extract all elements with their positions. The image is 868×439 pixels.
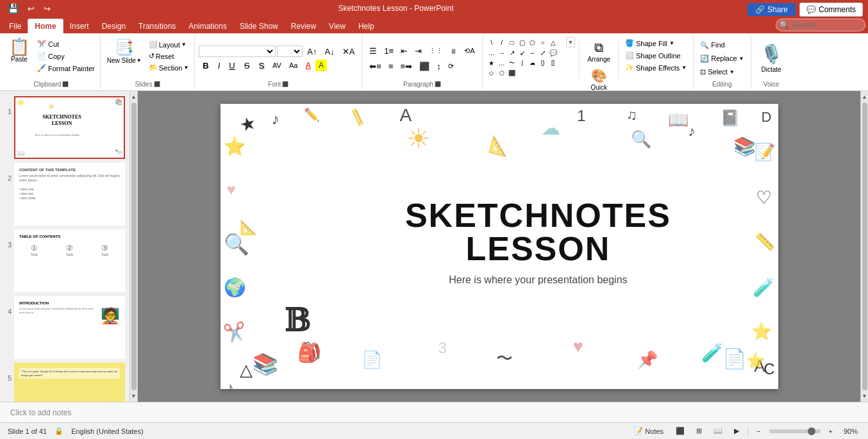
shape-more[interactable]: … bbox=[487, 47, 497, 58]
paste-button[interactable]: 📋 Paste bbox=[5, 36, 33, 65]
tab-transitions[interactable]: Transitions bbox=[132, 19, 182, 33]
shape-line[interactable]: \ bbox=[487, 37, 497, 47]
font-size-select[interactable] bbox=[277, 46, 303, 57]
clipboard-expand-icon[interactable]: ⬛ bbox=[62, 81, 69, 87]
font-color-button[interactable]: A bbox=[302, 60, 314, 71]
slide-show-button[interactable]: ▶ bbox=[731, 426, 742, 436]
shape-quad-arrow[interactable]: ⤢ bbox=[538, 47, 548, 58]
zoom-level[interactable]: 90% bbox=[841, 426, 860, 436]
justify-button[interactable]: ⬛ bbox=[416, 60, 433, 73]
underline-button[interactable]: U bbox=[225, 60, 238, 72]
slide-thumb-5[interactable]: 5 "This is a quote. Design full of desig… bbox=[3, 363, 127, 402]
notes-toggle[interactable]: 📝 Notes bbox=[630, 426, 667, 436]
tab-design[interactable]: Design bbox=[96, 19, 132, 33]
shape-effects-button[interactable]: ✨ Shape Effects ▼ bbox=[622, 63, 689, 72]
decrease-indent-button[interactable]: ⇤ bbox=[397, 44, 411, 58]
zoom-slider[interactable] bbox=[769, 429, 821, 433]
bullets-button[interactable]: ☰ bbox=[366, 44, 380, 58]
char-spacing-button[interactable]: AV bbox=[269, 60, 285, 70]
bold-button[interactable]: B bbox=[199, 60, 212, 72]
shape-arrow-down[interactable]: ↙ bbox=[517, 47, 528, 58]
tab-view[interactable]: View bbox=[322, 19, 352, 33]
shape-scroll[interactable]: ⬛ bbox=[507, 68, 517, 78]
increase-indent-button[interactable]: ⇥ bbox=[412, 44, 425, 58]
slide-thumb-4[interactable]: 4 INTRODUCTION Lorem ipsum dolor sit ame… bbox=[3, 296, 127, 359]
shape-diagonal[interactable]: / bbox=[497, 37, 507, 47]
shape-oval[interactable]: ○ bbox=[538, 37, 548, 47]
normal-view-button[interactable]: ⬛ bbox=[672, 426, 688, 436]
find-button[interactable]: 🔍 Find bbox=[697, 40, 746, 51]
notes-bar[interactable]: Click to add notes bbox=[0, 402, 868, 422]
shape-arrow-right[interactable]: → bbox=[497, 47, 507, 58]
shape-fill-button[interactable]: 🪣 Shape Fill ▼ bbox=[622, 38, 689, 48]
arrange-button[interactable]: ⧉ Arrange bbox=[583, 38, 614, 65]
shape-star[interactable]: ★ bbox=[487, 58, 497, 68]
quick-access-redo[interactable]: ↪ bbox=[41, 3, 53, 15]
slide-thumb-1[interactable]: 1 SKETCHNOTESLESSON Here is where your p… bbox=[3, 96, 127, 159]
shape-triangle[interactable]: △ bbox=[548, 37, 558, 47]
slides-scroll-up[interactable]: ▲ bbox=[129, 92, 138, 101]
columns-button[interactable]: ⫼ bbox=[447, 45, 460, 56]
tab-review[interactable]: Review bbox=[285, 19, 322, 33]
shape-callout[interactable]: 💬 bbox=[548, 47, 558, 58]
shape-rect[interactable]: □ bbox=[507, 37, 517, 47]
shape-arrow-up[interactable]: ↗ bbox=[507, 47, 517, 58]
select-button[interactable]: ⊡ Select ▼ bbox=[697, 67, 746, 78]
copy-button[interactable]: 📄 Copy bbox=[35, 51, 97, 62]
shape-hexagon[interactable]: ⬡ bbox=[497, 68, 507, 78]
change-case-button[interactable]: Aa bbox=[286, 60, 301, 70]
line-spacing-button[interactable]: ↕ bbox=[433, 60, 444, 73]
shape-rounded-rect[interactable]: ▢ bbox=[517, 37, 528, 47]
replace-button[interactable]: 🔄 Replace ▼ bbox=[697, 53, 746, 64]
text-direction-button[interactable]: ⟲A bbox=[461, 45, 478, 57]
tab-home[interactable]: Home bbox=[28, 19, 63, 33]
slide-thumb-2[interactable]: 2 CONTENT OF THIS TEMPLATE Lorem ipsum d… bbox=[3, 163, 127, 226]
section-button[interactable]: 📁 Section ▼ bbox=[147, 63, 191, 72]
layout-button[interactable]: ⬜ Layout ▼ bbox=[147, 40, 191, 49]
zoom-out-button[interactable]: − bbox=[753, 426, 764, 436]
numbering-button[interactable]: 1≡ bbox=[381, 44, 397, 58]
align-left-button[interactable]: ⬅≡ bbox=[366, 60, 385, 73]
new-slide-button[interactable]: 📑 New Slide ▼ bbox=[104, 36, 144, 67]
shape-bracket[interactable]: [] bbox=[548, 58, 558, 68]
clear-formatting-button[interactable]: ✕A bbox=[339, 46, 358, 58]
quick-access-save[interactable]: 💾 bbox=[5, 2, 21, 15]
shape-brace[interactable]: {} bbox=[538, 58, 548, 68]
tab-animations[interactable]: Animations bbox=[182, 19, 233, 33]
decrease-font-button[interactable]: A↓ bbox=[322, 46, 338, 58]
main-slide-canvas[interactable]: ★ ♪ ✏️ 📏 A 1 ♫ 📖 📓 D ⭐ ♥ 🔍 🌍 📐 ✂️ △ ♪ 📚 bbox=[221, 104, 778, 389]
shape-freeform[interactable]: 〜 bbox=[507, 58, 517, 68]
share-button[interactable]: 🔗 Share bbox=[747, 3, 796, 16]
shape-more2[interactable]: … bbox=[497, 58, 507, 68]
format-painter-button[interactable]: 🖌️ Format Painter bbox=[35, 63, 97, 74]
slide-title-area[interactable]: SKETCHNOTES LESSON Here is where your pr… bbox=[405, 199, 671, 286]
paragraph-expand-icon[interactable]: ⬛ bbox=[435, 81, 441, 87]
shape-diamond[interactable]: ◇ bbox=[487, 68, 497, 78]
tab-insert[interactable]: Insert bbox=[63, 19, 96, 33]
dictate-button[interactable]: 🎙️ Dictate bbox=[755, 41, 788, 76]
italic-button[interactable]: I bbox=[214, 60, 224, 72]
font-expand-icon[interactable]: ⬛ bbox=[282, 81, 288, 87]
shapes-expand-button[interactable]: ▼ bbox=[566, 37, 576, 47]
search-input[interactable] bbox=[776, 19, 865, 31]
text-shadow-button[interactable]: S bbox=[255, 60, 268, 72]
shape-curve[interactable]: ∫ bbox=[517, 58, 528, 68]
font-family-select[interactable] bbox=[199, 46, 276, 57]
zoom-in-button[interactable]: + bbox=[826, 426, 836, 436]
align-right-button[interactable]: ≡➡ bbox=[397, 60, 416, 73]
shape-snip-rect[interactable]: ⬠ bbox=[528, 37, 538, 47]
cut-button[interactable]: ✂️ Cut bbox=[35, 38, 97, 49]
quick-styles-button[interactable]: 🎨 Quick Styles bbox=[587, 66, 612, 91]
tab-slideshow[interactable]: Slide Show bbox=[233, 19, 285, 33]
tab-help[interactable]: Help bbox=[352, 19, 381, 33]
smart-art-button[interactable]: ⋮⋮ bbox=[426, 45, 446, 57]
slide-sorter-button[interactable]: ⊞ bbox=[693, 426, 705, 436]
slides-scroll-thumb[interactable] bbox=[131, 103, 137, 390]
shape-double-arrow[interactable]: ↔ bbox=[528, 47, 538, 58]
shape-cloud[interactable]: ☁ bbox=[528, 58, 538, 68]
comments-button[interactable]: 💬 Comments bbox=[799, 3, 863, 17]
slides-expand-icon[interactable]: ⬛ bbox=[154, 81, 160, 87]
highlight-button[interactable]: A bbox=[315, 60, 327, 71]
slides-scroll-down[interactable]: ▼ bbox=[129, 392, 138, 401]
canvas-scroll-down[interactable]: ▼ bbox=[860, 392, 868, 401]
